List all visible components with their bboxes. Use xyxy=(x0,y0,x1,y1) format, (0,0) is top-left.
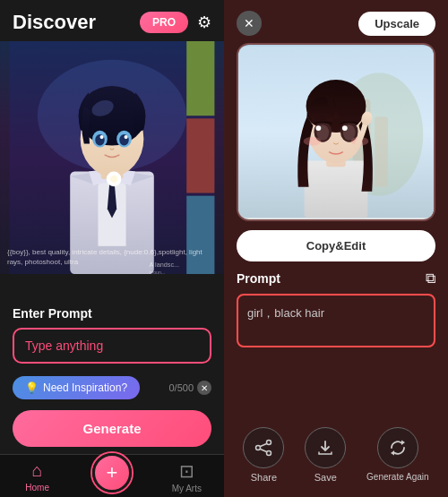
add-create-button[interactable]: + xyxy=(92,453,132,493)
inspiration-label: Need Inspiration? xyxy=(43,381,127,394)
left-panel: Discover PRO ⚙ xyxy=(0,0,224,497)
svg-point-42 xyxy=(267,451,271,456)
generate-again-label: Generate Again xyxy=(366,472,429,482)
svg-point-37 xyxy=(304,137,322,146)
inspiration-button[interactable]: 💡 Need Inspiration? xyxy=(13,376,140,399)
nav-home[interactable]: ⌂ Home xyxy=(0,460,74,493)
nav-add[interactable]: + xyxy=(74,460,149,493)
svg-line-43 xyxy=(261,444,267,447)
save-action[interactable]: Save xyxy=(305,427,346,483)
close-button[interactable]: ✕ xyxy=(237,11,262,36)
home-label: Home xyxy=(25,483,49,493)
anime-girl-illustration xyxy=(238,45,434,219)
share-circle xyxy=(243,427,284,468)
svg-point-40 xyxy=(267,441,271,445)
svg-point-12 xyxy=(125,135,128,139)
svg-point-11 xyxy=(99,135,103,139)
copy-edit-button[interactable]: Copy&Edit xyxy=(237,230,435,261)
bottom-navigation: ⌂ Home + ⊡ My Arts xyxy=(0,454,224,497)
svg-rect-24 xyxy=(375,116,388,187)
close-icon: ✕ xyxy=(244,16,254,30)
svg-rect-25 xyxy=(305,160,368,218)
header-right: PRO ⚙ xyxy=(140,12,211,33)
generate-again-action[interactable]: Generate Again xyxy=(366,427,429,483)
right-header: ✕ Upscale xyxy=(224,0,448,43)
save-label: Save xyxy=(314,472,337,483)
anime-boy-illustration: A landsc... groun... xyxy=(0,41,224,274)
home-icon: ⌂ xyxy=(32,460,43,481)
svg-point-36 xyxy=(342,125,348,131)
right-prompt-section: Prompt ⧉ girl，black hair xyxy=(224,270,448,416)
svg-point-14 xyxy=(110,176,117,183)
prompt-input[interactable] xyxy=(13,328,211,364)
copy-prompt-icon[interactable]: ⧉ xyxy=(426,270,435,287)
svg-marker-45 xyxy=(401,441,405,446)
image-caption: {{boy}}, best quality, intricate details… xyxy=(7,248,217,267)
save-circle xyxy=(305,427,346,468)
my-arts-icon: ⊡ xyxy=(179,460,194,482)
generate-again-circle xyxy=(377,427,418,468)
prompt-section: Enter Prompt xyxy=(0,297,224,369)
action-buttons-row: Share Save Generate Again xyxy=(224,416,448,497)
my-arts-label: My Arts xyxy=(172,484,202,493)
svg-text:groun...: groun... xyxy=(150,270,166,274)
char-count-value: 0/500 xyxy=(168,382,194,393)
bulb-icon: 💡 xyxy=(25,381,39,394)
svg-point-35 xyxy=(315,125,321,131)
add-icon: + xyxy=(107,463,118,483)
right-generated-image xyxy=(238,45,434,219)
gear-icon[interactable]: ⚙ xyxy=(197,13,211,32)
clear-input-button[interactable]: ✕ xyxy=(197,381,211,395)
left-header: Discover PRO ⚙ xyxy=(0,0,224,41)
main-image-bg: A landsc... groun... {{boy}}, best quali… xyxy=(0,41,224,274)
right-image-container xyxy=(237,43,435,221)
pro-button[interactable]: PRO xyxy=(140,12,188,33)
share-action[interactable]: Share xyxy=(243,427,284,483)
prompt-label: Enter Prompt xyxy=(13,306,211,321)
right-prompt-header: Prompt ⧉ xyxy=(237,270,435,287)
upscale-button[interactable]: Upscale xyxy=(358,12,435,36)
right-panel: ✕ Upscale xyxy=(224,0,448,497)
main-image-area: A landsc... groun... {{boy}}, best quali… xyxy=(0,41,224,297)
page-title: Discover xyxy=(13,11,96,34)
generate-again-icon xyxy=(389,439,407,457)
nav-my-arts[interactable]: ⊡ My Arts xyxy=(150,460,224,493)
share-icon xyxy=(254,439,272,457)
svg-line-44 xyxy=(261,450,267,452)
char-count-area: 0/500 ✕ xyxy=(168,381,211,395)
svg-point-41 xyxy=(256,446,261,450)
svg-rect-17 xyxy=(186,118,214,193)
share-label: Share xyxy=(251,472,277,483)
svg-rect-16 xyxy=(186,41,214,116)
save-icon xyxy=(316,439,334,457)
right-prompt-label: Prompt xyxy=(237,271,280,286)
right-prompt-box: girl，black hair xyxy=(237,294,435,347)
right-prompt-text: girl，black hair xyxy=(247,306,324,320)
inspiration-row: 💡 Need Inspiration? 0/500 ✕ xyxy=(0,369,224,407)
generate-button[interactable]: Generate xyxy=(13,410,211,447)
svg-marker-46 xyxy=(391,450,394,456)
